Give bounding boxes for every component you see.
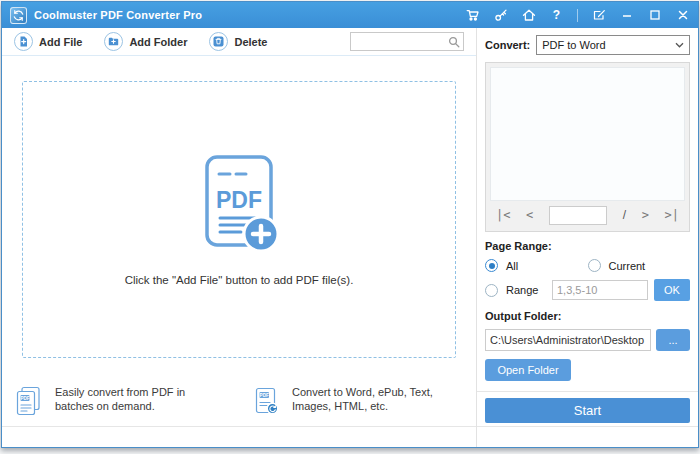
search-icon — [448, 36, 460, 48]
svg-text:PDF: PDF — [260, 392, 269, 397]
page-number-input[interactable] — [549, 206, 607, 225]
settings-pane: Convert: PDF to Word |< < / > >| Page Ra… — [476, 28, 698, 447]
page-range-current-radio[interactable] — [588, 259, 601, 272]
app-logo-icon — [10, 7, 27, 24]
browse-folder-button[interactable]: ... — [656, 329, 690, 351]
delete-icon — [209, 32, 228, 51]
page-range-input[interactable] — [552, 280, 648, 300]
close-icon[interactable] — [675, 8, 690, 23]
next-page-button[interactable]: > — [642, 208, 649, 222]
maximize-icon[interactable] — [647, 8, 662, 23]
app-window: Coolmuster PDF Converter Pro ? — [1, 1, 699, 448]
titlebar-controls: ? — [465, 8, 690, 23]
help-icon[interactable]: ? — [549, 8, 564, 23]
title-bar: Coolmuster PDF Converter Pro ? — [2, 2, 698, 28]
output-folder-input[interactable] — [485, 329, 651, 351]
add-folder-label: Add Folder — [129, 36, 187, 48]
feature-formats: PDF Convert to Word, ePub, Text, Images,… — [253, 385, 462, 416]
minimize-icon[interactable] — [619, 8, 634, 23]
page-range-all-label: All — [506, 260, 518, 272]
register-key-icon[interactable] — [493, 8, 508, 23]
toolbar: Add File Add Folder — [2, 28, 476, 56]
svg-text:PDF: PDF — [20, 395, 29, 400]
status-bar-left — [2, 426, 476, 447]
chevron-down-icon — [675, 42, 684, 48]
page-range-range-radio[interactable] — [485, 284, 498, 297]
page-range-current-label: Current — [609, 260, 646, 272]
delete-label: Delete — [234, 36, 267, 48]
home-icon[interactable] — [521, 8, 536, 23]
prev-page-button[interactable]: < — [526, 208, 533, 222]
page-preview-area — [490, 67, 685, 201]
feature-batch-convert: PDF Easily convert from PDF in batches o… — [16, 385, 225, 416]
file-list-pane: Add File Add Folder — [2, 28, 476, 447]
convert-label: Convert: — [485, 39, 530, 51]
dropzone-container: PDF Click the "Add File" button to add P… — [2, 56, 476, 374]
page-range-all-radio[interactable] — [485, 259, 498, 272]
feature-batch-text: Easily convert from PDF in batches on de… — [55, 385, 225, 415]
open-folder-button[interactable]: Open Folder — [485, 359, 571, 381]
search-input[interactable] — [354, 35, 448, 49]
pdf-batch-icon: PDF — [16, 386, 43, 416]
add-pdf-file-icon: PDF — [184, 154, 294, 260]
window-title: Coolmuster PDF Converter Pro — [34, 9, 458, 21]
first-page-button[interactable]: |< — [496, 208, 510, 222]
ok-button[interactable]: OK — [654, 279, 690, 301]
convert-format-select[interactable]: PDF to Word — [536, 35, 690, 55]
page-range-range-label: Range — [506, 284, 548, 296]
drop-hint-text: Click the "Add File" button to add PDF f… — [125, 274, 354, 286]
last-page-button[interactable]: >| — [665, 208, 679, 222]
pdf-drop-area[interactable]: PDF Click the "Add File" button to add P… — [22, 81, 456, 358]
page-range-label: Page Range: — [485, 240, 690, 253]
delete-button[interactable]: Delete — [209, 32, 267, 51]
status-bar-right — [477, 426, 698, 447]
pdf-convert-icon: PDF — [253, 386, 280, 416]
store-cart-icon[interactable] — [465, 8, 480, 23]
add-file-label: Add File — [39, 36, 82, 48]
page-navigator: |< < / > >| — [490, 201, 685, 227]
add-folder-icon — [104, 32, 123, 51]
page-count-separator: / — [623, 208, 626, 222]
add-folder-button[interactable]: Add Folder — [104, 32, 187, 51]
add-file-icon — [14, 32, 33, 51]
start-button[interactable]: Start — [485, 398, 690, 423]
search-box — [350, 32, 464, 51]
convert-format-value: PDF to Word — [542, 39, 605, 51]
add-file-button[interactable]: Add File — [14, 32, 82, 51]
feature-highlights: PDF Easily convert from PDF in batches o… — [2, 374, 476, 426]
titlebar-separator — [577, 9, 578, 22]
feature-formats-text: Convert to Word, ePub, Text, Images, HTM… — [292, 385, 462, 415]
feedback-icon[interactable] — [591, 8, 606, 23]
svg-text:PDF: PDF — [216, 187, 262, 213]
preview-panel: |< < / > >| — [485, 62, 690, 232]
output-folder-label: Output Folder: — [485, 310, 690, 323]
